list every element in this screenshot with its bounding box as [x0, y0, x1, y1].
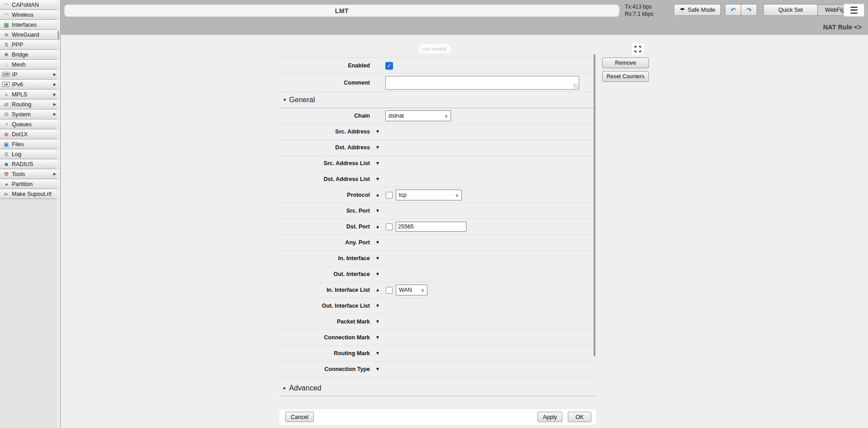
partition-icon: ◕: [2, 181, 10, 187]
form-row-enabled: Enabled✓: [279, 58, 596, 74]
field-label: Dst. Address: [279, 144, 370, 151]
form-row-out-interface-list: Out. Interface List▼: [279, 298, 596, 314]
mesh-icon: ∴: [2, 62, 10, 67]
wireguard-icon: ≋: [2, 32, 10, 38]
expander-collapsed-icon[interactable]: ▼: [370, 177, 385, 181]
dot1x-icon: ⊕: [2, 132, 10, 137]
form-row-comment: Comment: [279, 74, 596, 92]
sidebar-item-label: Mesh: [12, 62, 26, 68]
nat-rule-form: Enabled✓Comment▾GeneralChaindstnat∨Src. …: [279, 57, 596, 396]
fullscreen-button[interactable]: [632, 43, 644, 55]
expander-collapsed-icon[interactable]: ▼: [370, 240, 385, 245]
sidebar-item-queues[interactable]: ◔Queues: [0, 119, 60, 129]
sidebar-item-interfaces[interactable]: ▦Interfaces: [0, 20, 60, 30]
enabled-checkbox[interactable]: ✓: [385, 62, 393, 70]
sidebar-item-label: WireGuard: [12, 32, 39, 38]
expander-collapsed-icon[interactable]: ▼: [370, 319, 385, 324]
sidebar-scrollbar-thumb[interactable]: [58, 31, 59, 40]
ok-button[interactable]: OK: [568, 412, 591, 422]
form-row-dst-address-list: Dst. Address List▼: [279, 171, 596, 187]
expander-collapsed-icon[interactable]: ▼: [370, 161, 385, 166]
network-card-icon: ▦: [2, 22, 10, 28]
webfig-app: ◠CAPsMAN◠Wireless▦Interfaces≋WireGuard⇅P…: [0, 0, 868, 428]
sidebar-item-label: System: [12, 111, 31, 118]
sidebar-item-make-supout-rif[interactable]: ⊳Make Supout.rif: [0, 189, 60, 199]
traffic-stats: Tx:413 bps Rx:7.1 kbps: [625, 4, 653, 18]
protocol-select[interactable]: tcp∨: [396, 190, 462, 200]
expander-collapsed-icon[interactable]: ▼: [370, 209, 385, 213]
sidebar-scrollbar[interactable]: [57, 0, 60, 428]
apply-button[interactable]: Apply: [537, 412, 562, 422]
form-row-src-address-list: Src. Address List▼: [279, 156, 596, 171]
expander-collapsed-icon[interactable]: ▼: [370, 304, 385, 308]
webfig-label: WebFig: [825, 7, 844, 13]
sidebar-item-system[interactable]: ⚙System▶: [0, 109, 60, 119]
hamburger-menu-button[interactable]: ☰: [844, 4, 864, 17]
field-label: In. Interface: [279, 255, 370, 262]
form-scrollbar-thumb[interactable]: [594, 54, 595, 357]
section-header-general[interactable]: ▾General: [279, 92, 596, 108]
sidebar-item-capsman[interactable]: ◠CAPsMAN: [0, 0, 60, 10]
quick-set-button[interactable]: Quick Set: [763, 4, 818, 16]
expander-collapsed-icon[interactable]: ▼: [370, 351, 385, 356]
antenna-icon: ◠: [2, 2, 10, 8]
sidebar-item-label: Interfaces: [12, 22, 37, 28]
sidebar-item-tools[interactable]: ⚒Tools▶: [0, 169, 60, 179]
sidebar-item-dot1x[interactable]: ⊕Dot1X: [0, 129, 60, 139]
expander-collapsed-icon[interactable]: ▼: [370, 129, 385, 134]
sidebar-item-mesh[interactable]: ∴Mesh: [0, 60, 60, 70]
redo-icon: ↷: [746, 7, 752, 13]
protocol-negate-checkbox[interactable]: [386, 192, 393, 199]
expander-collapsed-icon[interactable]: ▼: [370, 145, 385, 150]
queues-icon: ◔: [2, 122, 10, 127]
remove-button[interactable]: Remove: [602, 57, 649, 68]
sidebar-item-partition[interactable]: ◕Partition: [0, 179, 60, 189]
safe-mode-button[interactable]: ☂ Safe Mode: [674, 4, 721, 16]
sidebar-item-ipv6[interactable]: v6IPv6▶: [0, 80, 60, 90]
field-label: In. Interface List: [279, 287, 370, 293]
expander-collapsed-icon[interactable]: ▼: [370, 272, 385, 276]
bridge-icon: ❖: [2, 52, 10, 57]
page-title: NAT Rule <>: [823, 24, 862, 31]
sidebar-item-routing[interactable]: ⇄Routing▶: [0, 100, 60, 109]
comment-textarea[interactable]: [385, 76, 579, 90]
section-header-advanced[interactable]: ▸Advanced: [279, 380, 596, 396]
sidebar-item-wireless[interactable]: ◠Wireless: [0, 10, 60, 20]
sidebar-item-ip[interactable]: 255IP▶: [0, 70, 60, 80]
expander-expanded-icon[interactable]: ▲: [370, 224, 385, 229]
sidebar-item-radius[interactable]: ☻RADIUS: [0, 159, 60, 169]
files-icon: ▣: [2, 142, 10, 147]
sidebar-item-label: IP: [12, 71, 18, 78]
ip-icon: 255: [2, 72, 10, 77]
chain-select[interactable]: dstnat∨: [385, 110, 451, 121]
in-interface-list-negate-checkbox[interactable]: [386, 287, 393, 294]
reset-counters-button[interactable]: Reset Counters: [602, 71, 649, 82]
section-label: Advanced: [289, 384, 321, 392]
expander-expanded-icon[interactable]: ▲: [370, 193, 385, 197]
sidebar-item-label: Tools: [12, 171, 25, 177]
expander-collapsed-icon[interactable]: ▼: [370, 367, 385, 371]
sidebar-item-files[interactable]: ▣Files: [0, 139, 60, 149]
in-interface-list-select[interactable]: WAN∨: [396, 285, 427, 295]
sidebar-item-label: Bridge: [12, 52, 28, 58]
dst-port-input[interactable]: [396, 222, 466, 232]
expander-collapsed-icon[interactable]: ▼: [370, 256, 385, 261]
sidebar-item-mpls[interactable]: ●MPLS▶: [0, 90, 60, 100]
expander-collapsed-icon[interactable]: ▼: [370, 335, 385, 340]
dst-port-negate-checkbox[interactable]: [386, 224, 393, 230]
form-row-connection-mark: Connection Mark▼: [279, 330, 596, 346]
cancel-button[interactable]: Cancel: [285, 412, 314, 422]
form-row-dst-port: Dst. Port▲: [279, 219, 596, 235]
form-row-in-interface-list: In. Interface List▲WAN∨: [279, 282, 596, 298]
form-row-in-interface: In. Interface▼: [279, 251, 596, 266]
redo-button[interactable]: ↷: [741, 4, 757, 16]
expander-expanded-icon[interactable]: ▲: [370, 288, 385, 292]
undo-button[interactable]: ↶: [725, 4, 741, 16]
mpls-icon: ●: [2, 92, 10, 97]
sidebar-item-log[interactable]: ≣Log: [0, 149, 60, 159]
sidebar-item-ppp[interactable]: ⇅PPP: [0, 40, 60, 50]
sidebar-item-wireguard[interactable]: ≋WireGuard: [0, 30, 60, 40]
sidebar-item-bridge[interactable]: ❖Bridge: [0, 50, 60, 60]
sidebar-item-label: Files: [12, 141, 24, 147]
safe-mode-label: Safe Mode: [688, 7, 715, 13]
